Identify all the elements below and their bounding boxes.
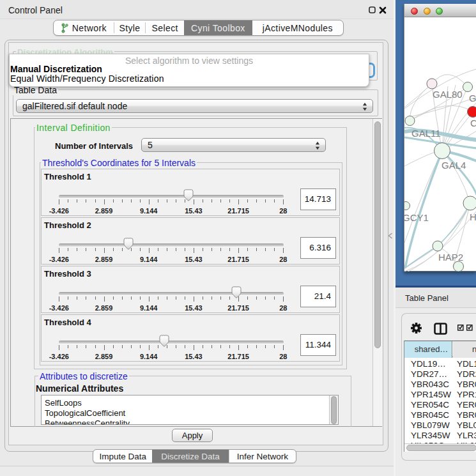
svg-text:GAL4: GAL4 bbox=[441, 160, 466, 171]
svg-text:C: C bbox=[470, 118, 476, 128]
svg-text:GCY1: GCY1 bbox=[404, 212, 429, 223]
svg-text:H: H bbox=[470, 211, 476, 222]
svg-text:GAL80: GAL80 bbox=[433, 89, 463, 100]
svg-text:HAP2: HAP2 bbox=[438, 252, 463, 263]
svg-text:GA: GA bbox=[469, 93, 476, 104]
svg-text:GAL11: GAL11 bbox=[411, 128, 441, 139]
